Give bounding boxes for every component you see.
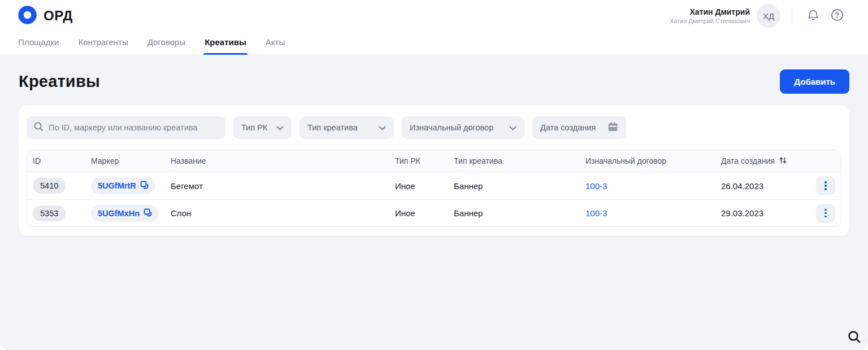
top-right-area: Хатин Дмитрий Хатин Дмитрий Степанович Х… xyxy=(670,4,847,28)
chevron-down-icon xyxy=(276,123,284,132)
column-header: Изначальный договор xyxy=(585,156,721,165)
copy-icon[interactable] xyxy=(144,208,152,218)
cell-creative-type: Баннер xyxy=(454,208,585,218)
question-mark-icon: ? xyxy=(830,8,844,24)
filter-dropdown[interactable]: Тип РК xyxy=(233,116,292,139)
avatar[interactable]: ХД xyxy=(757,4,780,28)
column-header: Маркер xyxy=(91,156,171,165)
nav-tab-label: Площадки xyxy=(18,37,59,47)
page-head: Креативы Добавить xyxy=(19,69,849,94)
marker-value: 5UGfMxHn xyxy=(98,209,140,218)
svg-text:?: ? xyxy=(835,11,839,19)
search-input[interactable] xyxy=(49,123,219,132)
help-button[interactable]: ? xyxy=(827,6,847,25)
brand[interactable]: ОРД xyxy=(18,6,73,27)
user-full-name: Хатин Дмитрий Степанович xyxy=(670,17,750,25)
add-button[interactable]: Добавить xyxy=(780,69,849,94)
table-header-row: ID Маркер Название xyxy=(27,150,841,172)
zoom-magnifier-icon[interactable] xyxy=(847,329,862,347)
nav-tabs: Площадки Контрагенты Договоры Креативы А… xyxy=(0,32,868,55)
header-divider xyxy=(792,7,792,24)
cell-creative-type: Баннер xyxy=(454,181,585,191)
id-badge: 5410 xyxy=(33,178,66,194)
nav-tab-4[interactable]: Акты xyxy=(264,34,286,54)
cell-contract: 100-3 xyxy=(585,208,721,218)
search-icon xyxy=(33,121,44,134)
column-header-label: ID xyxy=(33,156,41,165)
chevron-down-icon xyxy=(379,123,386,132)
cell-name: Бегемот xyxy=(171,181,395,191)
filter-dropdown[interactable]: Изначальный договор xyxy=(402,116,524,139)
row-menu-button[interactable] xyxy=(816,176,835,195)
column-header-label: Изначальный договор xyxy=(585,156,666,165)
cell-ad-type: Иное xyxy=(395,208,454,218)
nav-tab-1[interactable]: Контрагенты xyxy=(77,34,129,54)
page-title: Креативы xyxy=(19,72,100,91)
cell-name: Слон xyxy=(171,208,395,218)
app-window: ОРД Хатин Дмитрий Хатин Дмитрий Степанов… xyxy=(0,0,868,350)
row-menu-button[interactable] xyxy=(816,204,835,223)
filter-dropdown-label: Тип креатива xyxy=(307,123,358,132)
nav-tab-label: Договоры xyxy=(147,37,185,47)
contract-link[interactable]: 100-3 xyxy=(585,181,607,191)
main-content: Креативы Добавить Тип РК xyxy=(0,69,868,236)
column-header: ID xyxy=(33,156,91,165)
sort-icon[interactable] xyxy=(779,156,787,166)
marker-pill[interactable]: 5UGfMrtR xyxy=(91,177,155,194)
cell-marker: 5UGfMrtR xyxy=(91,177,171,194)
calendar-icon xyxy=(607,121,618,134)
date-filter[interactable]: Дата создания xyxy=(532,116,626,139)
nav-tab-2[interactable]: Договоры xyxy=(146,34,186,54)
column-header-label: Тип креатива xyxy=(454,156,502,165)
cell-ad-type: Иное xyxy=(395,181,454,191)
column-header-label: Дата создания xyxy=(721,156,775,165)
column-header: Тип креатива xyxy=(454,156,585,165)
brand-name: ОРД xyxy=(44,8,73,24)
user-info: Хатин Дмитрий Хатин Дмитрий Степанович xyxy=(670,7,750,25)
nav-tab-0[interactable]: Площадки xyxy=(17,34,60,54)
filter-dropdown[interactable]: Тип креатива xyxy=(300,116,394,139)
creatives-card: Тип РК Тип креатива Изначальный договор xyxy=(19,106,849,236)
cell-id: 5353 xyxy=(33,205,91,221)
cell-marker: 5UGfMxHn xyxy=(91,205,171,222)
contract-link[interactable]: 100-3 xyxy=(585,208,607,218)
cell-created-date: 29.03.2023 xyxy=(721,208,804,218)
cell-contract: 100-3 xyxy=(585,181,721,191)
creatives-table: ID Маркер Название xyxy=(27,150,841,227)
cell-created-date: 26.04.2023 xyxy=(721,181,804,191)
kebab-icon xyxy=(824,181,827,190)
date-filter-label: Дата создания xyxy=(540,123,596,132)
marker-value: 5UGfMrtR xyxy=(98,181,136,190)
search-box[interactable] xyxy=(27,116,225,139)
kebab-icon xyxy=(824,209,827,218)
nav-tab-label: Контрагенты xyxy=(78,37,128,47)
column-header-label: Тип РК xyxy=(395,156,420,165)
notifications-button[interactable] xyxy=(804,6,823,25)
marker-pill[interactable]: 5UGfMxHn xyxy=(91,205,159,222)
column-header-label: Маркер xyxy=(91,156,119,165)
filter-dropdown-label: Тип РК xyxy=(241,123,267,132)
id-badge: 5353 xyxy=(33,205,66,221)
cell-actions xyxy=(804,176,835,195)
column-header: Тип РК xyxy=(395,156,454,165)
chevron-down-icon xyxy=(509,123,517,132)
nav-tab-label: Акты xyxy=(266,37,285,47)
top-bar: ОРД Хатин Дмитрий Хатин Дмитрий Степанов… xyxy=(0,0,868,32)
column-header: Название xyxy=(171,156,395,165)
column-header: Дата создания xyxy=(721,156,804,166)
nav-tab-label: Креативы xyxy=(205,37,246,47)
copy-icon[interactable] xyxy=(140,181,149,191)
table-row: 5410 5UGfMrtR Бегемот Иное Баннер 100-3 … xyxy=(27,172,841,199)
user-name: Хатин Дмитрий xyxy=(670,7,750,17)
column-header-label: Название xyxy=(171,156,206,165)
table-body: 5410 5UGfMrtR Бегемот Иное Баннер 100-3 … xyxy=(27,172,841,226)
ord-logo-icon xyxy=(18,6,37,27)
filters-row: Тип РК Тип креатива Изначальный договор xyxy=(27,116,841,139)
table-row: 5353 5UGfMxHn Слон Иное Баннер 100-3 29.… xyxy=(27,199,841,226)
filter-dropdown-label: Изначальный договор xyxy=(410,123,493,132)
cell-actions xyxy=(804,204,835,223)
bell-icon xyxy=(806,8,820,24)
cell-id: 5410 xyxy=(33,178,91,194)
nav-tab-3[interactable]: Креативы xyxy=(203,34,248,54)
